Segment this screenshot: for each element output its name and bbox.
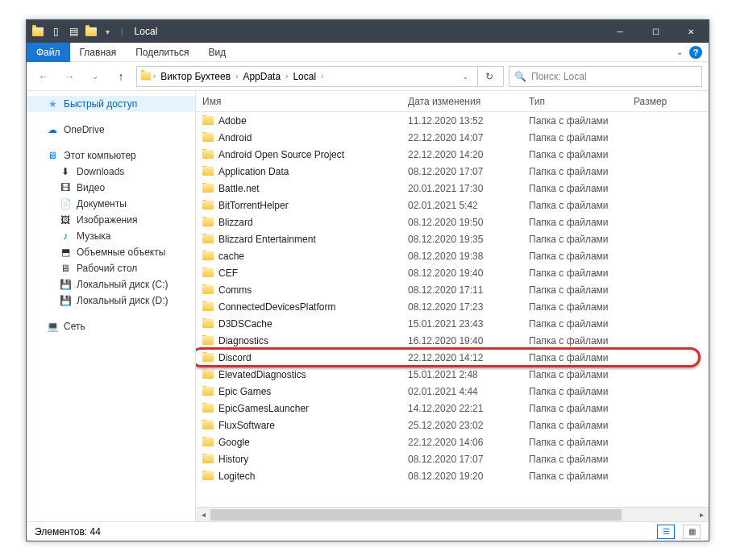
folder-icon [202,218,214,226]
scroll-track[interactable] [210,508,694,521]
qat-new-icon[interactable]: ▤ [67,25,80,38]
maximize-button[interactable]: ☐ [638,20,673,43]
table-row[interactable]: FluxSoftware25.12.2020 23:02Папка с файл… [196,417,709,433]
help-icon[interactable]: ? [689,46,702,59]
drive-icon: 💾 [59,279,72,290]
address-bar[interactable]: › Виктор Бухтеев › AppData › Local › ⌄ ↻ [136,66,504,87]
folder-icon [202,353,214,362]
chevron-right-icon[interactable]: › [235,72,238,81]
table-row[interactable]: Android22.12.2020 14:07Папка с файлами [196,129,709,146]
sidebar-item-drive-c[interactable]: 💾Локальный диск (C:) [27,276,195,292]
table-row[interactable]: ConnectedDevicesPlatform08.12.2020 17:23… [196,298,709,315]
file-name: Comms [218,284,252,296]
qat-dropdown-icon[interactable]: ▾ [102,27,113,36]
sidebar-label: Объемные объекты [77,247,165,258]
sidebar-item-quick-access[interactable]: ★ Быстрый доступ [27,96,195,112]
table-row[interactable]: Comms08.12.2020 17:11Папка с файлами [196,281,709,298]
sidebar-item-pictures[interactable]: 🖼Изображения [27,212,195,228]
minimize-button[interactable]: ─ [602,20,638,43]
breadcrumb-segment[interactable]: Local [289,71,319,82]
column-date[interactable]: Дата изменения [401,96,522,107]
chevron-right-icon[interactable]: › [153,72,156,81]
table-row[interactable]: cache08.12.2020 19:38Папка с файлами [196,247,709,264]
sidebar-item-music[interactable]: ♪Музыка [27,228,195,244]
table-row[interactable]: D3DSCache15.01.2021 23:43Папка с файлами [196,315,709,332]
sidebar-item-network[interactable]: 💻 Сеть [27,318,195,334]
tab-share[interactable]: Поделиться [126,43,198,62]
download-icon: ⬇ [59,166,72,177]
table-row[interactable]: Epic Games02.01.2021 4:44Папка с файлами [196,383,709,400]
scroll-left-icon[interactable]: ◂ [196,508,210,521]
sidebar-item-videos[interactable]: 🎞Видео [27,180,195,196]
chevron-right-icon[interactable]: › [285,72,288,81]
ribbon-collapse-icon[interactable]: ⌄ [676,48,683,56]
table-row[interactable]: CEF08.12.2020 19:40Папка с файлами [196,264,709,281]
tab-home[interactable]: Главная [70,43,127,62]
file-date: 22.12.2020 14:06 [401,437,522,448]
breadcrumb-segment[interactable]: AppData [239,71,284,82]
chevron-right-icon[interactable]: › [321,72,323,81]
table-row[interactable]: Diagnostics16.12.2020 19:40Папка с файла… [196,332,709,349]
sidebar-item-drive-d[interactable]: 💾Локальный диск (D:) [27,292,195,309]
folder-icon [202,116,214,125]
qat-folder-icon[interactable] [85,25,98,38]
file-list[interactable]: Adobe11.12.2020 13:52Папка с файламиAndr… [196,112,709,507]
view-details-button[interactable]: ☰ [657,525,675,539]
file-name: ConnectedDevicesPlatform [218,301,335,313]
table-row[interactable]: Blizzard Entertainment08.12.2020 19:35Па… [196,230,709,247]
file-type: Папка с файлами [522,454,627,465]
search-placeholder: Поиск: Local [531,71,587,82]
sidebar-item-downloads[interactable]: ⬇Downloads [27,164,195,180]
tab-file[interactable]: Файл [27,43,70,62]
table-row[interactable]: Android Open Source Project22.12.2020 14… [196,146,709,163]
file-date: 15.01.2021 23:43 [401,318,522,330]
view-large-icons-button[interactable]: ▦ [683,525,701,539]
file-date: 08.12.2020 17:11 [401,284,522,296]
sidebar-label: Сеть [64,321,85,332]
table-row[interactable]: Discord22.12.2020 14:12Папка с файлами [196,349,709,366]
address-dropdown-icon[interactable]: ⌄ [455,66,476,87]
cube-icon: ⬒ [59,247,72,258]
close-button[interactable]: ✕ [673,20,709,43]
column-size[interactable]: Размер [627,96,676,107]
folder-icon [202,268,214,277]
table-row[interactable]: Application Data08.12.2020 17:07Папка с … [196,163,709,180]
column-type[interactable]: Тип [522,96,627,107]
column-name[interactable]: Имя [196,96,401,107]
folder-icon [202,234,214,243]
file-date: 08.12.2020 17:07 [401,454,522,465]
table-row[interactable]: ElevatedDiagnostics15.01.2021 2:48Папка … [196,366,709,383]
nav-history-dropdown[interactable]: ⌄ [85,66,106,87]
nav-forward-button[interactable]: → [59,66,80,87]
file-type: Папка с файлами [522,369,627,380]
nav-up-button[interactable]: ↑ [110,66,131,87]
breadcrumb-segment[interactable]: Виктор Бухтеев [157,71,234,82]
folder-icon [202,336,214,345]
table-row[interactable]: Logitech08.12.2020 19:20Папка с файлами [196,467,709,484]
qat-properties-icon[interactable]: ▯ [49,25,62,38]
sidebar-item-documents[interactable]: 📄Документы [27,196,195,212]
table-row[interactable]: Blizzard08.12.2020 19:50Папка с файлами [196,214,709,230]
file-date: 08.12.2020 19:40 [401,268,522,279]
table-row[interactable]: Google22.12.2020 14:06Папка с файлами [196,433,709,450]
table-row[interactable]: Battle.net20.01.2021 17:30Папка с файлам… [196,180,709,197]
search-input[interactable]: 🔍 Поиск: Local [509,66,702,87]
table-row[interactable]: History08.12.2020 17:07Папка с файлами [196,450,709,467]
table-row[interactable]: EpicGamesLauncher14.12.2020 22:21Папка с… [196,400,709,417]
refresh-button[interactable]: ↻ [477,66,500,87]
sidebar-item-onedrive[interactable]: ☁ OneDrive [27,122,195,138]
horizontal-scrollbar[interactable]: ◂ ▸ [196,507,709,521]
tab-view[interactable]: Вид [198,43,235,62]
sidebar-item-this-pc[interactable]: 🖥 Этот компьютер [27,147,195,164]
nav-back-button[interactable]: ← [33,66,54,87]
sidebar-item-desktop[interactable]: 🖥Рабочий стол [27,260,195,276]
folder-icon [202,404,214,413]
drive-icon: 💾 [59,295,72,306]
table-row[interactable]: BitTorrentHelper02.01.2021 5:42Папка с ф… [196,197,709,214]
status-bar: Элементов: 44 ☰ ▦ [27,521,709,541]
sidebar-item-3d[interactable]: ⬒Объемные объекты [27,244,195,260]
scroll-thumb[interactable] [210,509,622,521]
column-headers: Имя Дата изменения Тип Размер [196,91,709,112]
table-row[interactable]: Adobe11.12.2020 13:52Папка с файлами [196,112,709,129]
scroll-right-icon[interactable]: ▸ [694,508,709,521]
